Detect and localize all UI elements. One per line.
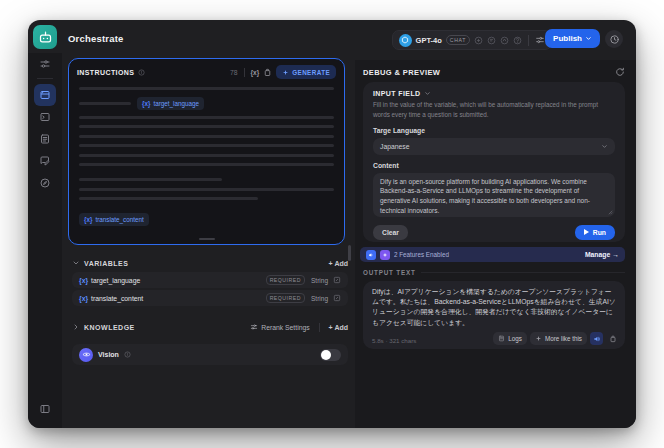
input-field-description: Fill in the value of the variable, which… (373, 100, 615, 120)
add-variable-button[interactable]: + Add (329, 260, 348, 267)
debug-preview-title: DEBUG & PREVIEW (363, 68, 440, 77)
manage-label: Manage (585, 251, 610, 258)
required-badge: REQUIRED (266, 275, 305, 285)
skeleton-line (79, 125, 334, 128)
more-like-this-button[interactable]: More like this (530, 332, 587, 345)
resize-corner-icon[interactable] (607, 209, 613, 215)
nav-terminal-icon[interactable] (34, 106, 56, 128)
model-name: GPT-4o (416, 36, 442, 45)
content-label: Content (373, 162, 615, 169)
prompt-skeleton: {x} target_language {x} translate_conten… (69, 83, 344, 226)
model-provider-icon (399, 34, 412, 47)
required-badge: REQUIRED (266, 293, 305, 303)
divider (319, 323, 320, 332)
variables-header[interactable]: VARIABLES + Add (72, 256, 348, 270)
variable-prefix: {x} (79, 295, 88, 302)
toggle-knob (321, 350, 331, 360)
divider (421, 272, 625, 273)
target-language-select[interactable]: Japanese (373, 138, 615, 155)
more-like-this-label: More like this (545, 335, 582, 342)
string-type-icon[interactable] (333, 294, 341, 302)
skeleton-line (79, 102, 131, 105)
arrow-right-icon: → (612, 251, 619, 258)
variable-chip-translate-content[interactable]: {x} translate_content (79, 213, 149, 226)
output-text-card: Difyは、AIアプリケーションを構築するためのオープンソースプラットフォームで… (363, 281, 625, 349)
nav-annotation-icon[interactable] (34, 150, 56, 172)
left-panel-scrollbar[interactable] (348, 245, 351, 261)
knowledge-header[interactable]: KNOWLEDGE Rerank Settings + Add (72, 320, 348, 334)
char-count: 78 (230, 69, 238, 76)
features-enabled-text: 2 Features Enabled (394, 251, 449, 258)
version-history-button[interactable] (605, 30, 623, 48)
variable-type: String (311, 295, 328, 302)
run-button[interactable]: Run (575, 225, 615, 240)
chevron-down-icon (601, 143, 608, 150)
variable-name: target_language (91, 277, 140, 284)
variable-row-target-language[interactable]: {x} target_language REQUIRED String (72, 272, 348, 288)
features-enabled-bar[interactable]: 2 Features Enabled Manage → (360, 247, 625, 262)
nav-logs-icon[interactable] (34, 128, 56, 150)
sliders-icon (250, 323, 258, 331)
add-knowledge-button[interactable]: + Add (329, 324, 348, 331)
generate-label: GENERATE (292, 69, 330, 76)
app-logo[interactable] (33, 25, 57, 49)
text-to-speech-button[interactable] (590, 332, 603, 345)
instructions-header: INSTRUCTIONS 78 {x} GENERATE (69, 59, 344, 83)
skeleton-line (79, 87, 334, 90)
run-label: Run (593, 229, 606, 236)
string-type-icon[interactable] (333, 276, 341, 284)
sparkle-icon (535, 335, 542, 342)
output-meta: 5.8s · 321 chars (372, 337, 416, 344)
variable-prefix: {x} (79, 277, 88, 284)
model-capability-icon (500, 36, 509, 45)
logs-button[interactable]: Logs (493, 332, 527, 345)
model-capability-icon (513, 36, 522, 45)
logs-label: Logs (508, 335, 522, 342)
divider (37, 78, 53, 79)
left-nav-rail (28, 53, 62, 428)
vision-feature-card: Vision (72, 344, 348, 365)
nav-orchestrate-icon[interactable] (34, 53, 56, 75)
variable-prefix: {x} (84, 216, 92, 223)
model-settings-icon[interactable] (535, 35, 545, 45)
content-value: Dify is an open-source platform for buil… (380, 178, 590, 214)
logs-icon (498, 335, 505, 342)
copy-output-button[interactable] (606, 332, 619, 345)
divider (528, 35, 529, 46)
skeleton-line (79, 178, 222, 181)
collapse-panel-icon[interactable] (34, 398, 56, 420)
manage-features-link[interactable]: Manage → (585, 251, 619, 258)
variable-chip-target-language[interactable]: {x} target_language (137, 97, 204, 110)
nav-explore-icon[interactable] (34, 172, 56, 194)
instructions-editor[interactable]: INSTRUCTIONS 78 {x} GENERATE (68, 58, 345, 245)
generate-button[interactable]: GENERATE (276, 65, 336, 79)
app-window: Orchestrate GPT-4o CHAT Publish (28, 20, 636, 428)
chevron-down-icon[interactable] (424, 90, 431, 97)
vision-label: Vision (98, 351, 119, 358)
resize-drag-handle[interactable] (199, 238, 215, 240)
publish-button[interactable]: Publish (545, 29, 600, 48)
output-actions: Logs More like this (493, 332, 619, 345)
content-textarea[interactable]: Dify is an open-source platform for buil… (373, 173, 615, 217)
play-icon (584, 229, 589, 235)
feature-more-icon (380, 250, 390, 260)
variable-name: translate_content (91, 295, 143, 302)
model-capability-icon (487, 36, 496, 45)
clear-label: Clear (382, 229, 399, 236)
variable-row-translate-content[interactable]: {x} translate_content REQUIRED String (72, 290, 348, 306)
skeleton-line (79, 154, 334, 157)
output-text-value: Difyは、AIアプリケーションを構築するためのオープンソースプラットフォームで… (372, 287, 616, 328)
refresh-icon[interactable] (615, 67, 625, 77)
vision-toggle[interactable] (320, 349, 341, 361)
copy-icon[interactable] (263, 68, 272, 77)
chevron-down-icon (72, 259, 80, 267)
skeleton-line (79, 144, 334, 147)
model-selector[interactable]: GPT-4o CHAT (392, 30, 552, 50)
clear-button[interactable]: Clear (373, 225, 408, 240)
skeleton-line (79, 197, 258, 200)
nav-app-panel-icon[interactable] (34, 84, 56, 106)
rerank-settings-button[interactable]: Rerank Settings (250, 323, 309, 331)
output-text-header: OUTPUT TEXT (363, 269, 625, 276)
variable-name: translate_content (95, 216, 143, 223)
insert-variable-icon[interactable]: {x} (251, 69, 260, 76)
